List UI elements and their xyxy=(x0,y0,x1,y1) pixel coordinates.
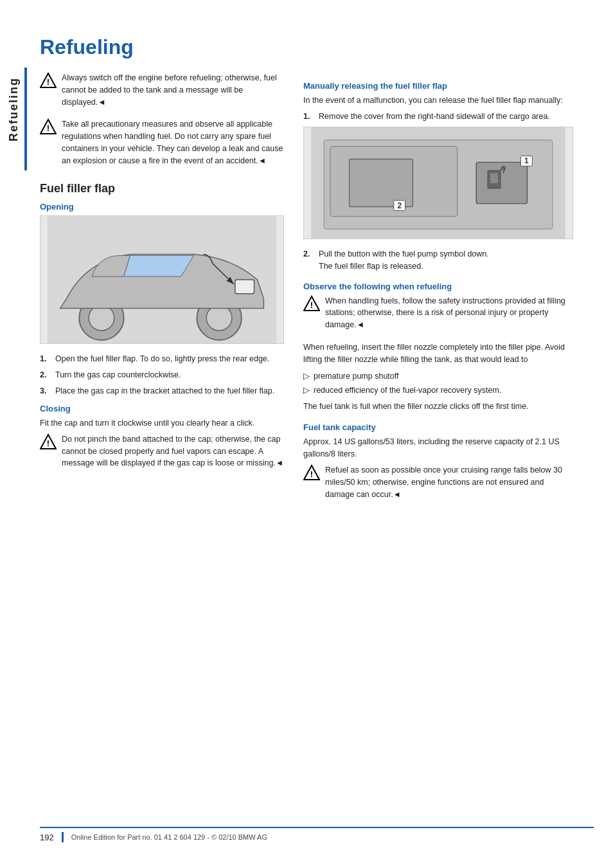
svg-point-6 xyxy=(89,305,114,331)
opening-step-2: 2. Turn the gas cap counterclockwise. xyxy=(40,369,284,381)
manually-step-1: 1. Remove the cover from the right-hand … xyxy=(303,111,573,123)
closing-warning-icon: ! xyxy=(40,433,57,450)
page-container: Refueling Refueling ! Always switch off … xyxy=(0,0,613,868)
manually-step-2-text: Pull the button with the fuel pump symbo… xyxy=(319,248,489,273)
footer-text: Online Edition for Part no. 01 41 2 604 … xyxy=(71,833,267,841)
observe-para1: When refueling, insert the filler nozzle… xyxy=(303,341,573,366)
fuel-tank-capacity-text: Approx. 14 US gallons/53 liters, includi… xyxy=(303,436,573,461)
opening-title: Opening xyxy=(40,202,284,212)
opening-step-1: 1. Open the fuel filler flap. To do so, … xyxy=(40,353,284,365)
svg-rect-9 xyxy=(235,280,254,294)
observe-warning-text: When handling fuels, follow the safety i… xyxy=(325,295,573,331)
sidebar-bar xyxy=(24,68,27,170)
warning-text-2: Take all precautionary measures and obse… xyxy=(62,118,284,167)
observe-warning-block: ! When handling fuels, follow the safety… xyxy=(303,295,573,335)
footer-separator xyxy=(62,832,64,842)
warning-text-1: Always switch off the engine before refu… xyxy=(62,72,284,108)
fuel-filler-flap-title: Fuel filler flap xyxy=(40,182,284,195)
cargo-area-image: 2 1 xyxy=(303,127,573,239)
fuel-filler-flap-image xyxy=(40,215,284,344)
warning-block-2: ! Take all precautionary measures and ob… xyxy=(40,118,284,170)
manually-releasing-intro: In the event of a malfunction, you can r… xyxy=(303,95,573,107)
sidebar-label: Refueling xyxy=(7,77,21,141)
fuel-tank-warning-text: Refuel as soon as possible once your cru… xyxy=(325,464,573,500)
warning-icon-1: ! xyxy=(40,72,57,89)
svg-text:2: 2 xyxy=(397,201,402,210)
fuel-tank-capacity-title: Fuel tank capacity xyxy=(303,422,573,432)
svg-rect-20 xyxy=(490,173,498,183)
fuel-tank-warning-icon: ! xyxy=(303,464,320,481)
svg-text:1: 1 xyxy=(524,156,529,165)
fuel-tank-warning-block: ! Refuel as soon as possible once your c… xyxy=(303,464,573,504)
manually-releasing-title: Manually releasing the fuel filler flap xyxy=(303,81,573,91)
bullet-item-1: ▷ premature pump shutoff xyxy=(303,370,573,383)
right-column: Manually releasing the fuel filler flap … xyxy=(303,72,573,808)
closing-title: Closing xyxy=(40,404,284,413)
bullet-arrow-2: ▷ xyxy=(303,384,310,397)
svg-text:!: ! xyxy=(47,439,49,448)
sidebar: Refueling xyxy=(0,0,27,868)
observe-warning-icon: ! xyxy=(303,295,320,312)
main-content: Refueling ! Always switch off the engine… xyxy=(27,0,613,868)
manually-releasing-steps: 1. Remove the cover from the right-hand … xyxy=(303,111,573,123)
closing-text: Fit the cap and turn it clockwise until … xyxy=(40,417,284,429)
closing-warning-block: ! Do not pinch the band attached to the … xyxy=(40,433,284,473)
page-number: 192 xyxy=(40,833,54,842)
warning-block-1: ! Always switch off the engine before re… xyxy=(40,72,284,112)
svg-text:!: ! xyxy=(310,300,313,310)
opening-step-3: 3. Place the gas cap in the bracket atta… xyxy=(40,385,284,397)
page-title: Refueling xyxy=(40,35,594,59)
observe-bullet-list: ▷ premature pump shutoff ▷ reduced effic… xyxy=(303,370,573,397)
bullet-item-2: ▷ reduced efficiency of the fuel-vapor r… xyxy=(303,384,573,397)
manually-releasing-step2-list: 2. Pull the button with the fuel pump sy… xyxy=(303,248,573,273)
svg-point-8 xyxy=(206,305,232,331)
bullet-arrow-1: ▷ xyxy=(303,370,310,383)
manually-step-2: 2. Pull the button with the fuel pump sy… xyxy=(303,248,573,273)
closing-warning-text: Do not pinch the band attached to the ca… xyxy=(62,433,284,469)
observe-para2: The fuel tank is full when the filler no… xyxy=(303,401,573,413)
svg-text:!: ! xyxy=(47,77,49,87)
svg-text:!: ! xyxy=(310,469,313,479)
observe-refueling-title: Observe the following when refueling xyxy=(303,282,573,291)
footer: 192 Online Edition for Part no. 01 41 2 … xyxy=(40,827,594,842)
opening-steps: 1. Open the fuel filler flap. To do so, … xyxy=(40,353,284,397)
two-col-layout: ! Always switch off the engine before re… xyxy=(40,72,594,808)
left-column: ! Always switch off the engine before re… xyxy=(40,72,284,808)
svg-text:!: ! xyxy=(47,123,49,133)
warning-icon-2: ! xyxy=(40,118,57,135)
svg-rect-17 xyxy=(350,159,413,207)
